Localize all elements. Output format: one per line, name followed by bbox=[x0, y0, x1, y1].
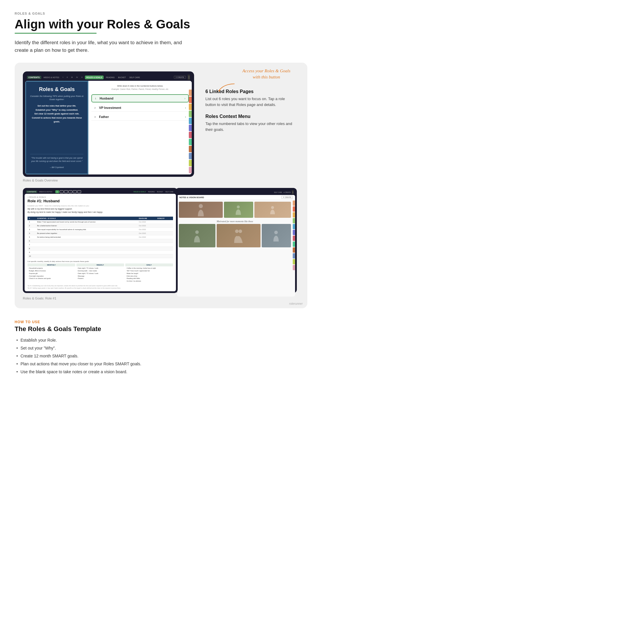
role-item-1[interactable]: 1 Husband › bbox=[91, 94, 189, 102]
vtab-apr[interactable] bbox=[293, 218, 295, 223]
tip2: Tip #2: Setting vague goals is 'stay ope… bbox=[28, 287, 173, 289]
goal-done-2 bbox=[156, 224, 173, 228]
detail-bucket-tab[interactable]: BUCKET bbox=[156, 191, 164, 193]
side-tab-nov[interactable] bbox=[189, 160, 192, 166]
detail-selfcare-tab[interactable]: SELF CARE bbox=[165, 191, 174, 193]
detail-contents-tab[interactable]: CONTENTS bbox=[26, 191, 37, 193]
detail-num-2[interactable]: 2 bbox=[60, 190, 64, 193]
info-panel-1-text: List out 6 roles you want to focus on. T… bbox=[205, 96, 292, 107]
detail-weeks-tab[interactable]: WEEKS & NOTES bbox=[38, 191, 53, 193]
detail-num-5[interactable]: 5 bbox=[73, 190, 77, 193]
svg-point-3 bbox=[271, 206, 274, 209]
goal-row-1: 1 Make T feel appreciated and loved not … bbox=[28, 220, 173, 224]
goal-deadline-2: Oct 2022 bbox=[137, 224, 156, 228]
roles-example: Example: Career Role, Partner, Parent, F… bbox=[91, 88, 189, 90]
vtab-jun[interactable] bbox=[293, 230, 295, 235]
svg-point-7 bbox=[274, 231, 278, 234]
how-to-list: Establish your Role. Set out your "Why".… bbox=[15, 336, 307, 376]
ipad-detail: CONTENTS WEEKS & NOTES 1 2 3 4 5 6 ROLES… bbox=[23, 188, 178, 293]
side-tab-sep[interactable] bbox=[189, 146, 192, 152]
svg-point-2 bbox=[237, 205, 240, 208]
side-tab-jan[interactable] bbox=[189, 90, 192, 96]
vtab-feb[interactable] bbox=[293, 206, 295, 212]
role-item-3[interactable]: 3 Father › bbox=[91, 113, 189, 121]
detail-why-label: Establish your WHY - State the underlyin… bbox=[28, 205, 173, 207]
side-tab-oct[interactable] bbox=[189, 153, 192, 159]
ipad-overview: CONTENTS WEEKS & NOTES I II III IV V ROL… bbox=[23, 71, 194, 177]
vtab-jul[interactable] bbox=[293, 236, 295, 241]
goals-col-done: DONE BY bbox=[156, 217, 173, 220]
vtab-mar[interactable] bbox=[293, 212, 295, 217]
side-tabs bbox=[189, 90, 192, 173]
how-to-use-section: HOW TO USE The Roles & Goals Template Es… bbox=[15, 320, 307, 376]
page-label: ROLES & GOALS bbox=[15, 12, 307, 15]
goal-row-10: 10 bbox=[28, 254, 173, 258]
side-tab-apr[interactable] bbox=[189, 111, 192, 117]
actions-weekly: WEEKLY · Date night / TV shows / cook · … bbox=[76, 263, 124, 283]
self-care-tab[interactable]: SELF CARE bbox=[128, 76, 141, 79]
vision-photos-row-2 bbox=[179, 224, 291, 247]
ipad-screen: Roles & Goals Consider the following TIP… bbox=[25, 81, 192, 174]
create-btn[interactable]: ≡ CREATE bbox=[174, 76, 186, 79]
vtab-jan[interactable] bbox=[293, 201, 295, 206]
side-tab-dec[interactable] bbox=[189, 167, 192, 173]
vision-caption-label bbox=[178, 297, 299, 300]
page-title: Align with your Roles & Goals bbox=[15, 18, 307, 31]
side-tab-jul[interactable] bbox=[189, 132, 192, 138]
detail-roles-tab[interactable]: ROLES & GOALS bbox=[133, 191, 146, 193]
vision-create-btn[interactable]: ✦ CREATE bbox=[281, 196, 293, 199]
detail-num-6[interactable]: 6 bbox=[77, 190, 81, 193]
num-tab-4[interactable]: IV bbox=[75, 76, 79, 79]
side-tab-jun[interactable] bbox=[189, 125, 192, 131]
role-name-3: Father bbox=[99, 115, 185, 119]
detail-reading-tab[interactable]: READING bbox=[147, 191, 156, 193]
goal-num-5: 5 bbox=[28, 235, 36, 239]
num-tab-2[interactable]: II bbox=[66, 76, 69, 79]
role-num-2: 2 bbox=[94, 107, 97, 109]
side-tab-aug[interactable] bbox=[189, 139, 192, 145]
screenshot-container: Access your Roles & Goals with this butt… bbox=[15, 63, 307, 308]
vtab-dec[interactable] bbox=[293, 265, 295, 270]
num-tab-3[interactable]: III bbox=[70, 76, 74, 79]
roles-goals-tab[interactable]: ROLES & GOALS bbox=[85, 76, 104, 79]
contents-tab[interactable]: CONTENTS bbox=[27, 76, 41, 79]
num-tab-1[interactable]: I bbox=[61, 76, 64, 79]
weeks-tab[interactable]: WEEKS & NOTES bbox=[42, 76, 61, 79]
bucket-tab[interactable]: BUCKET bbox=[117, 76, 127, 79]
vision-caption: Motivated for more moments like these bbox=[179, 219, 291, 224]
vtab-may[interactable] bbox=[293, 224, 295, 229]
detail-role-title: Role #1: Husband bbox=[28, 199, 173, 203]
how-to-item-2: Set out your "Why". bbox=[15, 344, 307, 352]
detail-body: < ROLES & GOALS Role #1: Husband Establi… bbox=[25, 194, 176, 291]
info-panel-2: Roles Context Menu Tap the numbered tabs… bbox=[205, 114, 292, 132]
detail-num-3[interactable]: 3 bbox=[64, 190, 68, 193]
side-tab-may[interactable] bbox=[189, 118, 192, 124]
vtab-oct[interactable] bbox=[293, 253, 295, 258]
right-roles-panel: Write down 6 roles in the numbered butto… bbox=[88, 81, 192, 174]
role-name-2: VP Investment bbox=[99, 106, 185, 109]
goal-row-9: 9 bbox=[28, 251, 173, 254]
vision-create-small[interactable]: ✦ CREATE bbox=[283, 191, 291, 193]
goals-col-header: 12 MONTHS - 10 GOALS bbox=[36, 217, 138, 220]
side-tab-feb[interactable] bbox=[189, 97, 192, 103]
svg-point-1 bbox=[199, 204, 203, 208]
vision-title-bar: NOTES & VISION BOARD ✦ CREATE bbox=[177, 195, 295, 200]
role-item-2[interactable]: 2 VP Investment › bbox=[91, 104, 189, 112]
ipad-content: Roles & Goals Consider the following TIP… bbox=[25, 81, 192, 174]
role-num-3: 3 bbox=[94, 116, 97, 118]
detail-num-4[interactable]: 4 bbox=[68, 190, 72, 193]
vtab-aug[interactable] bbox=[293, 241, 295, 247]
photo-3 bbox=[254, 202, 291, 218]
side-tab-mar[interactable] bbox=[189, 104, 192, 110]
vtab-sep[interactable] bbox=[293, 247, 295, 253]
num-tab-5[interactable]: V bbox=[80, 76, 84, 79]
goal-done-3 bbox=[156, 228, 173, 232]
goal-deadline-4: Oct 2022 bbox=[137, 232, 156, 235]
roles-instruction: Write down 6 roles in the numbered butto… bbox=[91, 85, 189, 87]
goal-text-3: Take equal responsibility for household … bbox=[36, 228, 138, 232]
detail-num-1[interactable]: 1 bbox=[55, 190, 59, 193]
goals-col-deadline: DEADLINE bbox=[137, 217, 156, 220]
vtab-nov[interactable] bbox=[293, 259, 295, 264]
reading-tab[interactable]: READING bbox=[105, 76, 116, 79]
actions-grid: MONTHLY · Household projects · Budget, B… bbox=[28, 263, 173, 283]
